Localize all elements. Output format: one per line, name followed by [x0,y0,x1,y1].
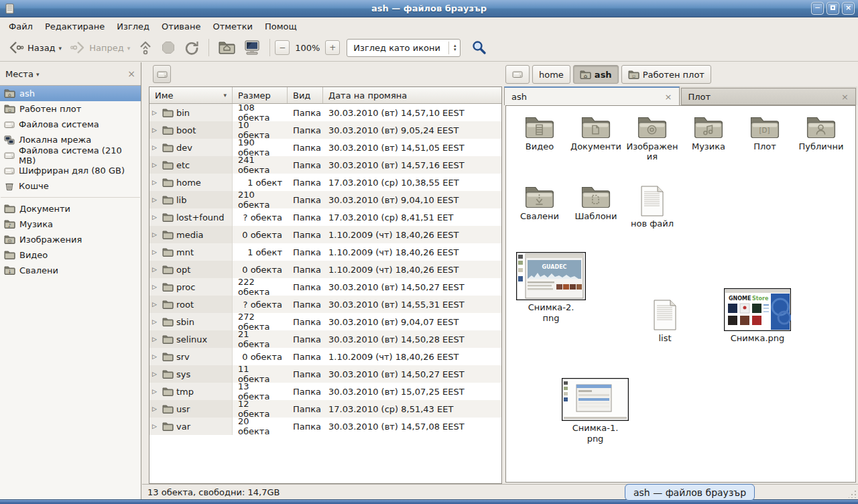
table-row[interactable]: ▷var20 обектаПапка30.03.2010 (вт) 14,57,… [149,418,501,435]
icon-view-item[interactable]: list [644,299,686,344]
tree-pane: Име▾ Размер Вид Дата на промяна ▷bin108 … [149,62,502,484]
root-location-button[interactable] [153,65,171,83]
table-row[interactable]: ▷lib210 обектаПапка30.03.2010 (вт) 9,04,… [149,191,501,208]
column-header-date[interactable]: Дата на промяна [323,87,501,103]
icon-view-item[interactable]: Свалени [511,185,568,222]
menu-item[interactable]: Редактиране [39,19,111,34]
sidebar-item[interactable]: Документи [0,201,141,216]
maximize-button[interactable] [826,2,839,15]
minimize-button[interactable]: ─ [811,2,824,15]
table-row[interactable]: ▷tmp13 обектаПапка30.03.2010 (вт) 15,07,… [149,383,501,400]
tab-close-icon[interactable]: × [665,92,672,102]
expander-icon[interactable]: ▷ [152,214,160,220]
menu-item[interactable]: Помощ [259,19,303,34]
expander-icon[interactable]: ▷ [152,249,160,255]
home-button[interactable] [214,38,239,58]
table-row[interactable]: ▷mnt1 обектПапка1.10.2009 (чт) 18,40,26 … [149,243,501,261]
icon-view-item[interactable]: Публични [793,115,849,152]
icon-view-item[interactable]: Снимка-1. png [558,378,632,444]
reload-button[interactable] [180,37,204,58]
column-header-size[interactable]: Размер [233,87,288,103]
path-button[interactable] [505,65,530,84]
back-button[interactable]: Назад ▾ [4,38,66,58]
table-row[interactable]: ▷lost+found? обектаПапка17.03.2010 (ср) … [149,208,501,226]
table-row[interactable]: ▷bin108 обектаПапка30.03.2010 (вт) 14,57… [149,104,501,121]
expander-icon[interactable]: ▷ [152,196,160,203]
tab-Плот[interactable]: Плот× [681,88,857,105]
menu-item[interactable]: Изглед [111,19,156,34]
zoom-in-button[interactable]: + [325,40,340,55]
icon-view-item[interactable]: Документи [568,115,624,152]
icon-view-item[interactable]: [D]Плот [737,115,793,152]
expander-icon[interactable]: ▷ [152,144,160,151]
expander-icon[interactable]: ▷ [152,179,160,186]
expander-icon[interactable]: ▷ [152,231,160,238]
menu-item[interactable]: Файл [3,19,39,34]
icon-view-item[interactable]: Видео [511,115,568,152]
table-row[interactable]: ▷dev190 обектаПапка30.03.2010 (вт) 14,51… [149,139,501,156]
icon-view-item[interactable]: Изображен ия [624,115,680,162]
table-row[interactable]: ▷boot10 обектаПапка30.03.2010 (вт) 9,05,… [149,121,501,139]
path-button[interactable]: home [532,65,570,84]
table-row[interactable]: ▷srv0 обектаПапка1.10.2009 (чт) 18,40,26… [149,348,501,365]
path-button[interactable]: ▫Работен плот [621,65,711,84]
sidebar-item[interactable]: ♪Музика [0,216,141,232]
sidebar-mode-button[interactable]: Места ▾ [5,69,39,79]
table-row[interactable]: ▷sbin272 обектаПапка30.03.2010 (вт) 9,04… [149,313,501,330]
table-row[interactable]: ▷sys11 обектаПапка30.03.2010 (вт) 14,50,… [149,365,501,383]
sidebar-item[interactable]: ↓Свалени [0,263,141,278]
sidebar-item[interactable]: ◎Изображения [0,232,141,247]
expander-icon[interactable]: ▷ [152,266,160,273]
sidebar-close-icon[interactable]: × [127,68,135,79]
sidebar-item[interactable]: Видео [0,247,141,263]
sidebar-item[interactable]: Файлова система [0,117,141,132]
expander-icon[interactable]: ▷ [152,301,160,308]
tab-close-icon[interactable]: × [841,92,849,102]
computer-button[interactable] [239,37,265,58]
tab-ash[interactable]: ash× [504,86,680,105]
sidebar-item[interactable]: Шифриран дял (80 GB) [0,163,141,178]
expander-icon[interactable]: ▷ [152,371,160,377]
icon-view-item[interactable]: Музика [680,115,737,152]
zoom-out-button[interactable]: − [275,40,290,55]
expander-icon[interactable]: ▷ [152,127,160,133]
expander-icon[interactable]: ▷ [152,388,160,395]
expander-icon[interactable]: ▷ [152,284,160,290]
expander-icon[interactable]: ▷ [152,423,160,430]
path-button[interactable]: ⌂ash [573,65,619,84]
sidebar-item[interactable]: Файлова система (210 MB) [0,147,141,163]
table-row[interactable]: ▷root? обектаПапка30.03.2010 (вт) 14,55,… [149,296,501,313]
forward-button[interactable]: Напред ▾ [66,38,134,58]
stop-button[interactable] [157,38,180,58]
expander-icon[interactable]: ▷ [152,109,160,116]
expander-icon[interactable]: ▷ [152,336,160,342]
table-row[interactable]: ▷usr12 обектаПапка17.03.2010 (ср) 8,51,4… [149,400,501,418]
expander-icon[interactable]: ▷ [152,353,160,360]
table-row[interactable]: ▷home1 обектПапка17.03.2010 (ср) 10,38,5… [149,174,501,191]
table-row[interactable]: ▷media0 обектаПапка1.10.2009 (чт) 18,40,… [149,226,501,243]
up-button[interactable] [134,37,157,58]
resize-grip[interactable] [849,490,857,498]
menu-item[interactable]: Отметки [206,19,258,34]
sidebar-item[interactable]: ▫Работен плот [0,101,141,117]
column-header-kind[interactable]: Вид [288,87,323,103]
menu-item[interactable]: Отиване [156,19,206,34]
table-row[interactable]: ▷proc222 обектаПапка30.03.2010 (вт) 14,5… [149,278,501,296]
sidebar-item[interactable]: ⌂ash [0,86,141,101]
expander-icon[interactable]: ▷ [152,162,160,168]
icon-view-item[interactable]: Шаблони [568,185,624,222]
view-mode-select[interactable]: Изглед като икони ▴▾ [347,39,461,57]
table-row[interactable]: ▷opt0 обектаПапка1.10.2009 (чт) 18,40,26… [149,261,501,278]
icon-view-item[interactable]: GNOMEStoreСнимка.png [721,288,794,344]
icon-view-item[interactable]: нов файл [624,185,680,229]
back-dropdown-icon[interactable]: ▾ [59,44,62,52]
table-row[interactable]: ▷etc241 обектаПапка30.03.2010 (вт) 14,57… [149,156,501,174]
icon-view-item[interactable]: GUADECСнимка-2. пng [514,252,588,323]
expander-icon[interactable]: ▷ [152,405,160,412]
expander-icon[interactable]: ▷ [152,318,160,325]
sidebar-item[interactable]: Кошче [0,178,141,194]
column-header-name[interactable]: Име▾ [149,87,233,103]
table-row[interactable]: ▷selinux21 обектаПапка30.03.2010 (вт) 14… [149,330,501,348]
search-button[interactable] [467,37,491,58]
close-button[interactable]: × [842,2,855,15]
